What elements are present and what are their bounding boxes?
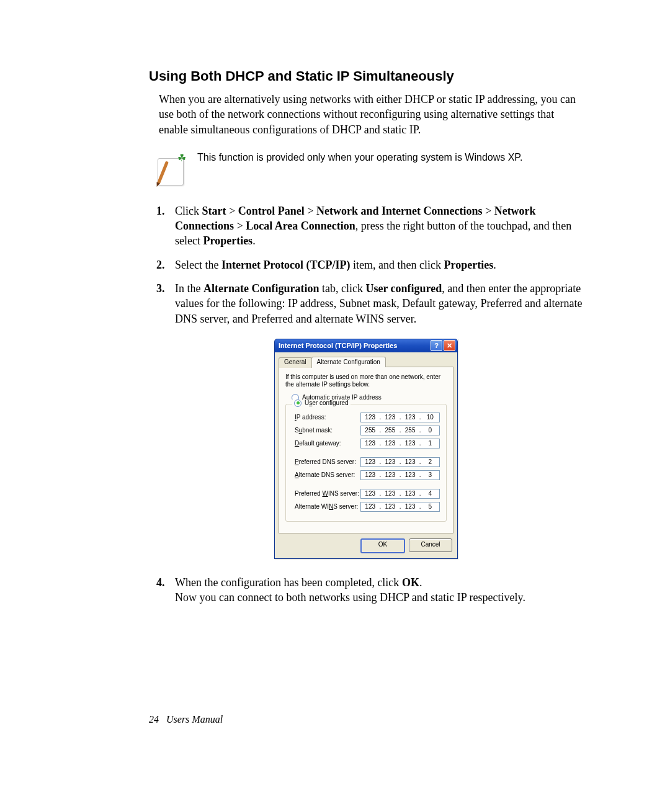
label-ip-address: IP address: (295, 414, 326, 421)
instruction-list: 1. Click Start > Control Panel > Network… (149, 203, 583, 326)
input-alternate-wins[interactable]: 123. 123. 123. 5 (360, 502, 440, 512)
label-preferred-dns: Preferred DNS server: (295, 458, 356, 465)
step-2: 2. Select the Internet Protocol (TCP/IP)… (156, 257, 583, 272)
step-3: 3. In the Alternate Configuration tab, c… (156, 281, 583, 326)
step-number: 4. (156, 575, 175, 605)
help-button[interactable]: ? (431, 340, 442, 351)
row-alternate-wins: Alternate WINS server: 123. 123. 123. 5 (295, 502, 440, 512)
row-default-gateway: Default gateway: 123. 123. 123. 1 (295, 439, 440, 448)
row-preferred-dns: Preferred DNS server: 123. 123. 123. 2 (295, 457, 440, 467)
tab-strip: General Alternate Configuration (279, 356, 453, 367)
label-default-gateway: Default gateway: (295, 440, 341, 447)
tab-alternate-configuration[interactable]: Alternate Configuration (311, 357, 386, 367)
dialog-title: Internet Protocol (TCP/IP) Properties (279, 342, 397, 349)
footer-label: Users Manual (166, 714, 223, 725)
note-pencil-icon: ☘ (155, 152, 186, 186)
step-number: 3. (156, 281, 175, 326)
instruction-list-continued: 4. When the configuration has been compl… (149, 575, 583, 605)
cancel-button[interactable]: Cancel (409, 538, 452, 552)
tab-panel-alternate: If this computer is used on more than on… (279, 367, 453, 533)
input-default-gateway[interactable]: 123. 123. 123. 1 (360, 439, 440, 448)
step-4: 4. When the configuration has been compl… (156, 575, 583, 605)
document-page: Using Both DHCP and Static IP Simultaneo… (0, 0, 670, 812)
tab-general[interactable]: General (279, 357, 312, 368)
input-ip-address[interactable]: 123. 123. 123. 10 (360, 413, 440, 422)
note-block: ☘ This function is provided only when yo… (149, 152, 583, 186)
input-preferred-dns[interactable]: 123. 123. 123. 2 (360, 457, 440, 467)
panel-description: If this computer is used on more than on… (285, 373, 447, 389)
ok-button[interactable]: OK (360, 538, 405, 553)
step-number: 2. (156, 257, 175, 272)
label-alternate-wins: Alternate WINS server: (295, 503, 358, 510)
radio-label: User configured (305, 399, 349, 406)
dialog-button-row: OK Cancel (280, 538, 452, 553)
input-preferred-wins[interactable]: 123. 123. 123. 4 (360, 489, 440, 499)
input-subnet-mask[interactable]: 255. 255. 255. 0 (360, 426, 440, 435)
step-1: 1. Click Start > Control Panel > Network… (156, 203, 583, 249)
row-ip-address: IP address: 123. 123. 123. 10 (295, 413, 440, 422)
row-subnet-mask: Subnet mask: 255. 255. 255. 0 (295, 426, 440, 435)
user-configured-fieldset: User configured IP address: 123. 123. 12… (285, 404, 447, 522)
label-alternate-dns: Alternate DNS server: (295, 471, 355, 478)
page-number: 24 (149, 714, 159, 725)
step-number: 1. (156, 203, 175, 249)
dialog-figure: Internet Protocol (TCP/IP) Properties ? … (149, 339, 583, 559)
input-alternate-dns[interactable]: 123. 123. 123. 3 (360, 470, 440, 480)
label-subnet-mask: Subnet mask: (295, 427, 333, 434)
note-text: This function is provided only when your… (197, 152, 522, 163)
row-preferred-wins: Preferred WINS server: 123. 123. 123. 4 (295, 489, 440, 499)
page-footer: 24 Users Manual (149, 714, 223, 725)
radio-user-configured[interactable]: User configured (292, 399, 351, 407)
dialog-body: General Alternate Configuration If this … (274, 352, 458, 559)
tcpip-properties-dialog: Internet Protocol (TCP/IP) Properties ? … (274, 339, 458, 559)
close-button[interactable]: ✕ (444, 340, 455, 351)
section-heading: Using Both DHCP and Static IP Simultaneo… (149, 68, 583, 84)
label-preferred-wins: Preferred WINS server: (295, 490, 359, 497)
row-alternate-dns: Alternate DNS server: 123. 123. 123. 3 (295, 470, 440, 480)
dialog-titlebar[interactable]: Internet Protocol (TCP/IP) Properties ? … (274, 339, 458, 352)
intro-paragraph: When you are alternatively using network… (149, 92, 583, 137)
radio-icon (294, 399, 302, 407)
